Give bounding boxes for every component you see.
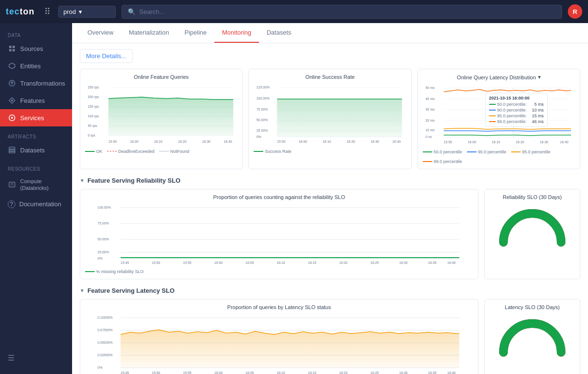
dropdown-icon: ▾ bbox=[79, 8, 82, 15]
legend-p50: 50.0 percentile bbox=[423, 150, 462, 154]
latency-section-title: Feature Serving Latency SLO bbox=[87, 287, 174, 294]
svg-text:16:15: 16:15 bbox=[308, 371, 317, 374]
services-icon bbox=[8, 113, 16, 122]
chart1-legend: OK DeadlineExceeded NotFound bbox=[85, 149, 237, 154]
svg-text:16:00: 16:00 bbox=[299, 140, 307, 143]
tab-datasets[interactable]: Datasets bbox=[259, 23, 299, 43]
svg-text:15:50: 15:50 bbox=[152, 261, 160, 264]
svg-text:50 ms: 50 ms bbox=[425, 86, 435, 89]
latency-slo-section: ▼ Feature Serving Latency SLO Proportion… bbox=[80, 287, 580, 374]
chart2-legend: Success Rate bbox=[254, 149, 406, 154]
env-selector[interactable]: prod ▾ bbox=[58, 6, 116, 18]
svg-text:16:10: 16:10 bbox=[323, 140, 331, 143]
sidebar-item-compute[interactable]: Compute(Databricks) bbox=[0, 174, 72, 196]
logo: tecton bbox=[6, 7, 35, 17]
svg-rect-2 bbox=[9, 49, 12, 51]
topbar: tecton ⠿ prod ▾ 🔍 Search... R bbox=[0, 0, 588, 23]
avatar[interactable]: R bbox=[568, 4, 582, 19]
reliability-slo-row: Proportion of queries counting against t… bbox=[80, 189, 580, 279]
sources-label: Sources bbox=[20, 45, 43, 52]
svg-text:16:40: 16:40 bbox=[224, 140, 233, 143]
sidebar-item-datasets[interactable]: Datasets bbox=[0, 141, 72, 159]
env-label: prod bbox=[63, 8, 76, 15]
svg-text:15:45: 15:45 bbox=[121, 261, 129, 264]
tab-overview[interactable]: Overview bbox=[80, 23, 121, 43]
reliability-gauge-title: Reliability SLO (30 Days) bbox=[503, 194, 562, 200]
svg-text:100 rps: 100 rps bbox=[88, 114, 99, 118]
search-bar[interactable]: 🔍 Search... bbox=[122, 5, 562, 19]
hamburger-icon[interactable]: ☰ bbox=[8, 353, 64, 362]
online-feature-queries-card: Online Feature Queries 250 rps 200 rps 1… bbox=[80, 69, 243, 169]
sidebar-item-documentation[interactable]: ? Documentation bbox=[0, 196, 72, 212]
reliability-chart-title: Proportion of queries counting against t… bbox=[85, 194, 473, 200]
tab-materialization[interactable]: Materialization bbox=[121, 23, 177, 43]
svg-text:16:35: 16:35 bbox=[428, 371, 437, 374]
svg-text:16:00: 16:00 bbox=[130, 140, 139, 143]
svg-rect-3 bbox=[12, 49, 15, 51]
svg-text:30 ms: 30 ms bbox=[425, 108, 435, 111]
svg-text:16:40: 16:40 bbox=[392, 140, 401, 143]
tabs-bar: Overview Materialization Pipeline Monito… bbox=[72, 23, 588, 43]
svg-rect-10 bbox=[9, 150, 15, 151]
svg-text:16:30: 16:30 bbox=[399, 261, 408, 264]
chart2-title: Online Success Rate bbox=[254, 74, 406, 80]
svg-text:200 rps: 200 rps bbox=[88, 95, 99, 99]
svg-text:16:40: 16:40 bbox=[447, 261, 456, 264]
svg-point-6 bbox=[11, 100, 13, 101]
features-label: Features bbox=[20, 97, 45, 104]
latency-dropdown-icon[interactable]: ▾ bbox=[538, 74, 541, 80]
transformations-label: Transformations bbox=[20, 80, 65, 87]
svg-text:16:30: 16:30 bbox=[371, 140, 380, 143]
services-label: Services bbox=[20, 114, 44, 122]
svg-text:16:00: 16:00 bbox=[214, 371, 223, 374]
sidebar: Data Sources Entities Transformations bbox=[0, 23, 72, 374]
svg-text:0 ns: 0 ns bbox=[425, 135, 432, 138]
features-icon bbox=[8, 96, 16, 105]
svg-text:20 ms: 20 ms bbox=[425, 119, 435, 122]
content-area: More Details... Online Feature Queries 2… bbox=[72, 43, 588, 374]
entities-icon bbox=[8, 62, 16, 70]
svg-text:75.00%: 75.00% bbox=[257, 108, 268, 111]
legend-deadline: DeadlineExceeded bbox=[107, 149, 155, 154]
svg-marker-4 bbox=[9, 63, 15, 69]
svg-rect-1 bbox=[12, 46, 15, 48]
latency-gauge-title: Latency SLO (30 Days) bbox=[505, 304, 560, 310]
more-details-button[interactable]: More Details... bbox=[80, 49, 133, 63]
svg-text:16:20: 16:20 bbox=[515, 140, 524, 144]
transformations-icon bbox=[8, 79, 16, 87]
legend-notfound: NotFound bbox=[159, 149, 190, 154]
tab-pipeline[interactable]: Pipeline bbox=[177, 23, 214, 43]
svg-rect-0 bbox=[9, 46, 12, 48]
svg-text:15:50: 15:50 bbox=[443, 140, 452, 144]
reliability-slo-section: ▼ Feature Serving Reliability SLO Propor… bbox=[80, 177, 580, 279]
documentation-label: Documentation bbox=[19, 200, 61, 208]
sidebar-item-services[interactable]: Services bbox=[0, 109, 72, 126]
sidebar-item-features[interactable]: Features bbox=[0, 92, 72, 109]
svg-text:50 rps: 50 rps bbox=[88, 124, 98, 128]
sidebar-item-entities[interactable]: Entities bbox=[0, 57, 72, 75]
reliability-section-title: Feature Serving Reliability SLO bbox=[87, 177, 181, 184]
reliability-gauge-card: Reliability SLO (30 Days) 100.00% bbox=[484, 189, 580, 279]
svg-text:16:10: 16:10 bbox=[154, 140, 163, 143]
sidebar-item-sources[interactable]: Sources bbox=[0, 40, 72, 57]
svg-text:16:10: 16:10 bbox=[277, 261, 285, 264]
sidebar-bottom: ☰ bbox=[0, 348, 72, 368]
svg-rect-12 bbox=[9, 182, 15, 187]
sources-icon bbox=[8, 44, 16, 53]
latency-chevron: ▼ bbox=[80, 288, 85, 293]
svg-text:0%: 0% bbox=[98, 257, 102, 260]
svg-text:16:35: 16:35 bbox=[428, 261, 437, 264]
search-icon: 🔍 bbox=[128, 8, 135, 15]
latency-section-header[interactable]: ▼ Feature Serving Latency SLO bbox=[80, 287, 580, 294]
svg-text:16:30: 16:30 bbox=[202, 140, 211, 143]
reliability-section-header[interactable]: ▼ Feature Serving Reliability SLO bbox=[80, 177, 580, 184]
online-latency-card: Online Query Latency Distribution ▾ 50 m… bbox=[417, 69, 580, 169]
svg-text:0.05000%: 0.05000% bbox=[98, 341, 113, 344]
svg-text:15:50: 15:50 bbox=[109, 140, 117, 143]
sidebar-item-transformations[interactable]: Transformations bbox=[0, 75, 72, 92]
svg-text:0 rps: 0 rps bbox=[88, 134, 96, 137]
svg-text:16:20: 16:20 bbox=[339, 261, 348, 264]
datasets-icon bbox=[8, 146, 16, 154]
tab-monitoring[interactable]: Monitoring bbox=[214, 23, 259, 43]
svg-text:15:55: 15:55 bbox=[183, 261, 192, 264]
